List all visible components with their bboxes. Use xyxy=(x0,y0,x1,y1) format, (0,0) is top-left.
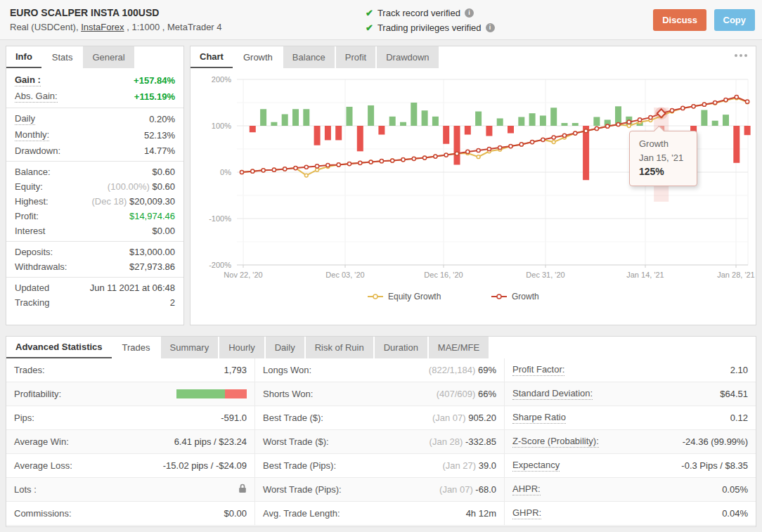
stat-value: 6.41 pips / $23.24 xyxy=(174,436,247,447)
stat-best-trade: Best Trade ($):(Jan 07) 905.20 xyxy=(255,406,505,430)
stat-value: 0.12 xyxy=(730,413,748,423)
lock-icon xyxy=(238,484,247,495)
x-axis-tick: Dec 16, '20 xyxy=(424,271,463,279)
info-icon[interactable] xyxy=(486,23,495,32)
info-row-interest: Interest$0.00 xyxy=(6,223,183,238)
stat-ahpr: AHPR:0.05% xyxy=(505,478,756,502)
x-axis-tick: Dec 31, '20 xyxy=(526,271,564,279)
info-value: (Dec 18) $20,009.30 xyxy=(91,196,175,207)
tab-balance[interactable]: Balance xyxy=(283,46,335,68)
tab-growth[interactable]: Growth xyxy=(234,46,282,68)
stat-avg-trade-length: Avg. Trade Length:4h 12m xyxy=(255,502,505,526)
stat-value: -15.02 pips / -$24.09 xyxy=(163,460,247,471)
profitability-bar-loss xyxy=(225,389,247,398)
y-axis-tick: -200% xyxy=(209,261,231,269)
badge-label: Track record verified xyxy=(377,8,460,18)
tab-general[interactable]: General xyxy=(83,46,134,68)
header-actions: Discuss Copy xyxy=(653,9,755,31)
stat-value-prefix: (Jan 28) xyxy=(430,436,465,447)
account-platform: , 1:1000 , MetaTrader 4 xyxy=(124,22,222,32)
more-options-icon[interactable] xyxy=(735,54,747,57)
stat-ghpr: GHPR:0.04% xyxy=(505,502,756,526)
tab-stats[interactable]: Stats xyxy=(43,46,82,68)
stat-standard-deviation: Standard Deviation:$64.51 xyxy=(505,382,756,406)
stat-shorts-won: Shorts Won:(407/609) 66% xyxy=(255,382,505,406)
info-label: Drawdown: xyxy=(15,145,60,156)
broker-link[interactable]: InstaForex xyxy=(81,22,124,32)
info-value-prefix: (100.00%) xyxy=(108,181,153,192)
page: EURO SCALPER INSTA 100USD Real (USDCent)… xyxy=(0,0,762,532)
info-row-withdrawals: Withdrawals:$27,973.86 xyxy=(6,259,183,274)
x-axis-tick: Nov 22, '20 xyxy=(224,271,262,279)
stat-label: Shorts Won: xyxy=(263,389,313,399)
tab-profit[interactable]: Profit xyxy=(336,46,375,68)
verification-badges: Track record verifiedTrading privileges … xyxy=(366,6,495,35)
info-rows: Gain :+157.84%Abs. Gain:+115.19%Daily0.2… xyxy=(6,68,183,310)
stat-sharpe-ratio: Sharpe Ratio0.12 xyxy=(505,406,756,430)
info-row-abs-gain: Abs. Gain:+115.19% xyxy=(6,89,183,105)
stat-value-prefix: (Jan 27) xyxy=(442,460,478,471)
info-label: Tracking xyxy=(15,297,49,308)
tab-trades[interactable]: Trades xyxy=(113,337,160,358)
tab-risk-of-ruin[interactable]: Risk of Ruin xyxy=(306,337,373,358)
svg-text:Equity Growth[interactable]: Equity Growth xyxy=(388,292,441,301)
info-row-balance: Balance:$0.60 xyxy=(6,164,183,179)
stat-profitability: Profitability: xyxy=(6,382,255,406)
stat-expectancy: Expectancy-0.3 Pips / $8.35 xyxy=(505,454,756,478)
chart-tabs: ChartGrowthBalanceProfitDrawdown xyxy=(190,46,756,68)
stat-value: 1,793 xyxy=(224,365,247,375)
tab-mae-mfe[interactable]: MAE/MFE xyxy=(429,337,489,358)
stat-value: $0.00 xyxy=(224,508,247,519)
chart-tooltip: Growth Jan 15, '21 125% xyxy=(629,131,697,186)
stat-value: (822/1,184) 69% xyxy=(429,365,496,375)
divider xyxy=(6,241,183,242)
info-icon[interactable] xyxy=(465,8,474,18)
stat-label: Commissions: xyxy=(14,508,72,519)
info-label: Updated xyxy=(15,283,49,293)
info-label: Balance: xyxy=(15,167,51,177)
stat-value: (Jan 07) 905.20 xyxy=(432,413,496,423)
stat-label: Standard Deviation: xyxy=(512,388,593,400)
stat-value: (407/609) 66% xyxy=(437,389,496,399)
stat-label: Profitability: xyxy=(14,389,61,399)
svg-text:Growth[interactable]: Growth xyxy=(512,292,539,301)
info-label: Monthly: xyxy=(15,129,49,141)
title-tab-chart: Chart xyxy=(190,46,233,68)
info-label: Gain : xyxy=(15,74,41,86)
info-panel: InfoStatsGeneral Gain :+157.84%Abs. Gain… xyxy=(6,46,184,325)
account-subtitle: Real (USDCent), InstaForex , 1:1000 , Me… xyxy=(10,22,222,32)
tab-drawdown[interactable]: Drawdown xyxy=(377,46,438,68)
stat-label: Best Trade (Pips): xyxy=(263,460,336,471)
stat-label: Average Win: xyxy=(14,436,69,447)
info-value: $0.00 xyxy=(152,226,175,236)
info-row-daily: Daily0.20% xyxy=(6,111,183,127)
copy-button[interactable]: Copy xyxy=(714,9,756,31)
stat-average-win: Average Win:6.41 pips / $23.24 xyxy=(6,430,255,454)
tab-daily[interactable]: Daily xyxy=(266,337,304,358)
info-label: Deposits: xyxy=(15,247,53,257)
info-label: Profit: xyxy=(15,211,39,221)
title-tab-info[interactable]: Info xyxy=(6,46,41,68)
y-axis-tick: -100% xyxy=(209,214,231,223)
discuss-button[interactable]: Discuss xyxy=(653,9,706,31)
info-row-gain: Gain :+157.84% xyxy=(6,72,183,89)
divider xyxy=(6,108,183,108)
info-row-tracking: Tracking2 xyxy=(6,295,183,310)
stat-value: 0.04% xyxy=(722,508,748,519)
growth-chart-svg: 200%100%0%-100%-200%Nov 22, '20Dec 03, '… xyxy=(190,68,756,325)
header: EURO SCALPER INSTA 100USD Real (USDCent)… xyxy=(0,0,762,40)
tab-hourly[interactable]: Hourly xyxy=(219,337,264,358)
stat-value: 4h 12m xyxy=(466,508,496,519)
info-label: Equity: xyxy=(15,181,43,192)
info-row-updated: UpdatedJun 11 2021 at 06:48 xyxy=(6,280,183,295)
stat-label: Lots : xyxy=(14,484,37,495)
stat-label: Sharpe Ratio xyxy=(512,412,566,424)
stat-worst-trade: Worst Trade ($):(Jan 28) -332.85 xyxy=(255,430,505,454)
legend-equity-growth: Equity Growth xyxy=(368,292,441,301)
legend-growth: Growth xyxy=(491,292,539,301)
tab-summary[interactable]: Summary xyxy=(161,337,219,358)
stat-label: Longs Won: xyxy=(263,365,311,375)
x-axis-tick: Jan 14, '21 xyxy=(626,271,664,279)
account-type: Real (USDCent), xyxy=(10,22,81,32)
tab-duration[interactable]: Duration xyxy=(375,337,427,358)
